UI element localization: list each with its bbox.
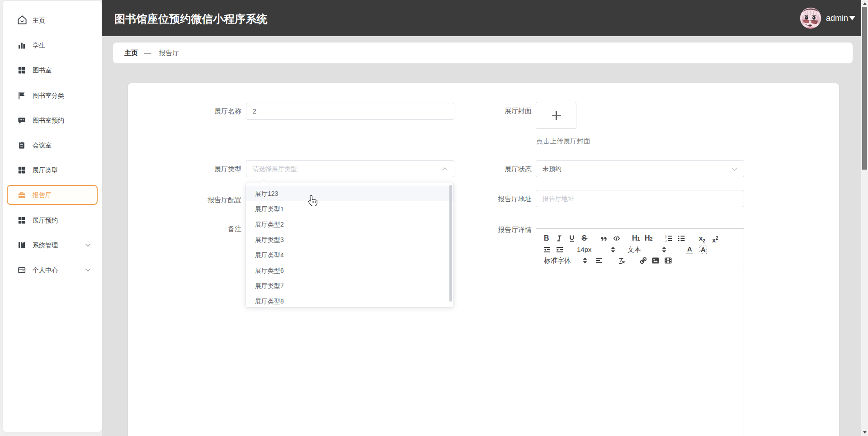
svg-text:3: 3	[665, 239, 667, 242]
